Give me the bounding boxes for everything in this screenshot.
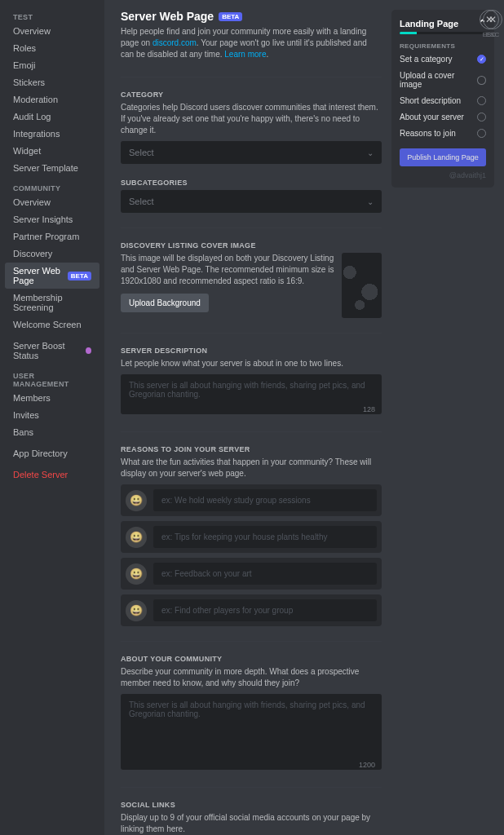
sidebar-item-stickers[interactable]: Stickers: [5, 74, 99, 91]
requirement-item: About your server: [400, 113, 486, 121]
sidebar-item-server-boost[interactable]: Server Boost Status: [5, 338, 99, 364]
about-label: ABOUT YOUR COMMUNITY: [121, 655, 382, 663]
sidebar-item-integrations[interactable]: Integrations: [5, 126, 99, 142]
emoji-picker-button[interactable]: 😀: [126, 600, 147, 621]
sidebar-item-delete-server[interactable]: Delete Server: [5, 466, 99, 483]
publish-button[interactable]: Publish Landing Page: [400, 148, 486, 166]
reasons-section: REASONS TO JOIN YOUR SERVER What are the…: [121, 445, 382, 626]
sidebar-item-community-overview[interactable]: Overview: [5, 194, 99, 210]
emoji-picker-button[interactable]: 😀: [126, 527, 147, 548]
sidebar-item-moderation[interactable]: Moderation: [5, 91, 99, 108]
server-description-desc: Let people know what your server is abou…: [121, 358, 382, 369]
subcategories-select-value: Select: [129, 197, 154, 206]
social-section: SOCIAL LINKS Display up to 9 of your off…: [121, 801, 382, 835]
sidebar-item-audit-log[interactable]: Audit Log: [5, 108, 99, 125]
about-description: Describe your community in more depth. W…: [121, 666, 382, 689]
sidebar-item-emoji[interactable]: Emoji: [5, 57, 99, 73]
requirement-item: Set a category ✓: [400, 55, 486, 64]
sidebar-item-partner-program[interactable]: Partner Program: [5, 228, 99, 245]
upload-background-button[interactable]: Upload Background: [121, 294, 209, 312]
about-section: ABOUT YOUR COMMUNITY Describe your commu…: [121, 655, 382, 772]
subcategories-select[interactable]: Select ⌄: [121, 190, 382, 213]
requirements-title[interactable]: Landing Page ⌃: [400, 18, 486, 29]
about-count: 1200: [359, 761, 375, 769]
sidebar-item-members[interactable]: Members: [5, 390, 99, 406]
emoji-picker-button[interactable]: 😀: [126, 563, 147, 585]
sidebar: TEST Overview Roles Emoji Stickers Moder…: [0, 0, 104, 835]
learn-more-link[interactable]: Learn more: [224, 50, 266, 59]
chevron-down-icon: ⌄: [367, 197, 374, 206]
title-beta-badge: BETA: [219, 12, 242, 21]
reason-input-3[interactable]: [153, 563, 377, 585]
circle-icon: [477, 96, 486, 105]
reason-item: 😀: [121, 594, 382, 626]
reasons-label: REASONS TO JOIN YOUR SERVER: [121, 445, 382, 453]
chevron-down-icon: ⌄: [367, 148, 374, 157]
social-label: SOCIAL LINKS: [121, 801, 382, 809]
page-title-text: Server Web Page: [121, 10, 214, 23]
sidebar-item-bans[interactable]: Bans: [5, 424, 99, 440]
reason-input-2[interactable]: [153, 526, 377, 548]
sidebar-item-app-directory[interactable]: App Directory: [5, 445, 99, 462]
page-description: Help people find and join your community…: [121, 26, 382, 60]
requirement-item: Upload a cover image: [400, 71, 486, 89]
category-section: CATEGORY Categories help Discord users d…: [121, 91, 382, 164]
sidebar-item-server-insights[interactable]: Server Insights: [5, 211, 99, 228]
reasons-description: What are the fun activities that happen …: [121, 457, 382, 479]
requirements-progress: [400, 32, 486, 34]
close-label: ESC: [480, 31, 499, 38]
sidebar-item-membership-screening[interactable]: Membership Screening: [5, 289, 99, 316]
server-description-section: SERVER DESCRIPTION Let people know what …: [121, 347, 382, 417]
sidebar-item-label: Server Boost Status: [13, 341, 82, 360]
server-description-count: 128: [363, 405, 375, 413]
sidebar-section-user-management: USER MANAGEMENT: [5, 369, 99, 390]
beta-badge: BETA: [68, 272, 91, 281]
reason-item: 😀: [121, 521, 382, 553]
discord-link[interactable]: discord.com: [153, 38, 197, 47]
sidebar-item-invites[interactable]: Invites: [5, 407, 99, 423]
sidebar-item-discovery[interactable]: Discovery: [5, 245, 99, 262]
check-icon: ✓: [477, 55, 486, 64]
reason-input-1[interactable]: [153, 489, 377, 511]
esc-container: ✕ ESC: [480, 10, 499, 38]
category-select-value: Select: [129, 148, 154, 157]
username-hint: @advaithj1: [400, 171, 486, 179]
page-title: Server Web Page BETA: [121, 10, 382, 23]
reason-item: 😀: [121, 558, 382, 590]
sidebar-item-welcome-screen[interactable]: Welcome Screen: [5, 316, 99, 333]
cover-section: DISCOVERY LISTING COVER IMAGE This image…: [121, 241, 382, 318]
subcategories-section: SUBCATEGORIES Select ⌄: [121, 179, 382, 213]
category-select[interactable]: Select ⌄: [121, 141, 382, 164]
sidebar-item-roles[interactable]: Roles: [5, 40, 99, 56]
requirements-title-text: Landing Page: [400, 19, 458, 29]
circle-icon: [477, 113, 486, 121]
reason-item: 😀: [121, 484, 382, 516]
sidebar-item-server-web-page[interactable]: Server Web Page BETA: [5, 263, 99, 289]
sidebar-item-label: Server Web Page: [13, 266, 64, 285]
requirements-label: REQUIREMENTS: [400, 42, 486, 50]
reason-input-4[interactable]: [153, 599, 377, 621]
main-wrap: Server Web Page BETA Help people find an…: [104, 0, 504, 835]
category-description: Categories help Discord users discover c…: [121, 102, 382, 136]
sidebar-item-overview[interactable]: Overview: [5, 23, 99, 39]
requirement-item: Reasons to join: [400, 129, 486, 138]
sidebar-item-widget[interactable]: Widget: [5, 143, 99, 159]
boost-indicator-icon: [86, 347, 91, 354]
sidebar-section-community: COMMUNITY: [5, 181, 99, 194]
requirement-item: Short description: [400, 96, 486, 105]
server-description-input[interactable]: [121, 374, 382, 414]
server-description-label: SERVER DESCRIPTION: [121, 347, 382, 355]
category-label: CATEGORY: [121, 91, 382, 99]
sidebar-item-server-template[interactable]: Server Template: [5, 160, 99, 176]
cover-label: DISCOVERY LISTING COVER IMAGE: [121, 241, 382, 250]
cover-image-preview: [342, 253, 382, 318]
about-input[interactable]: [121, 694, 382, 770]
emoji-picker-button[interactable]: 😀: [126, 490, 147, 511]
sidebar-section-test: TEST: [5, 10, 99, 23]
close-button[interactable]: ✕: [480, 10, 499, 29]
cover-description: This image will be displayed on both you…: [121, 253, 334, 287]
social-description: Display up to 9 of your official social …: [121, 812, 382, 835]
circle-icon: [477, 129, 486, 138]
subcategories-label: SUBCATEGORIES: [121, 179, 382, 187]
circle-icon: [477, 76, 486, 85]
